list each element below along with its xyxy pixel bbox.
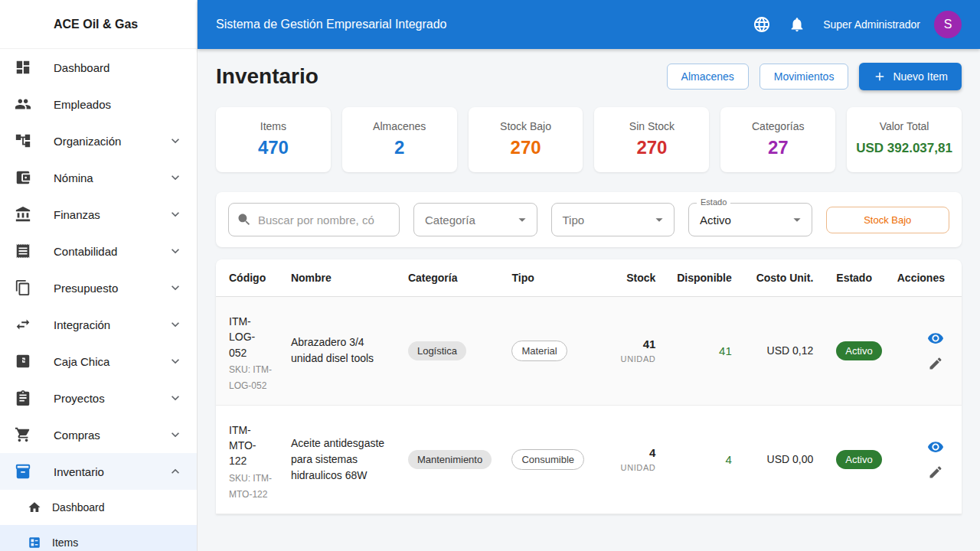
column-header-stock: Stock [597,259,663,297]
view-icon[interactable] [926,329,945,347]
stock-bajo-filter-button[interactable]: Stock Bajo [826,207,949,233]
available-quantity: 4 [725,453,731,466]
plus-icon [873,70,887,83]
view-icon[interactable] [926,438,945,456]
categoria-select[interactable]: Categoría [413,203,537,236]
column-header-disponible: Disponible [663,259,739,297]
categoria-chip: Mantenimiento [408,450,492,469]
cash-box-icon [14,352,32,370]
stat-card-stock-bajo: Stock Bajo 270 [469,107,583,172]
chevron-down-icon [166,352,185,370]
cell-estado: Activo [821,405,889,514]
cell-acciones [890,405,962,514]
avatar[interactable]: S [934,11,962,38]
movimientos-button[interactable]: Movimientos [760,64,849,90]
stock-quantity: 4 [605,446,655,459]
bank-icon [14,205,32,223]
sidebar-nav: Dashboard Empleados Organización Nómina … [0,49,197,551]
edit-icon[interactable] [926,354,945,373]
cell-categoria: Logística [400,297,505,406]
sidebar-item-label: Dashboard [54,61,185,74]
cell-nombre: Aceite antidesgaste para sistemas hidrau… [283,405,400,514]
search-input[interactable] [258,214,391,227]
item-sku: SKU: ITM-LOG-052 [229,362,275,394]
row-actions [897,329,945,373]
sidebar-item-dashboard[interactable]: Dashboard [0,49,197,86]
stat-label: Sin Stock [602,120,701,132]
clipboard-icon [14,389,32,407]
sidebar-item-integracion[interactable]: Integración [0,306,197,343]
globe-icon[interactable] [751,14,773,35]
sidebar-item-contabilidad[interactable]: Contabilidad [0,233,197,269]
wallet-icon [14,168,32,187]
main-column: Sistema de Gestión Empresarial Integrado… [198,0,980,551]
unit-cost: USD 0,00 [767,453,814,465]
bell-icon[interactable] [786,14,808,35]
stat-card-categorias: Categorías 27 [720,107,835,172]
sidebar-item-caja-chica[interactable]: Caja Chica [0,343,197,380]
sidebar-item-compras[interactable]: Compras [0,416,197,453]
sidebar-item-nomina[interactable]: Nómina [0,159,197,196]
nuevo-item-button[interactable]: Nuevo Item [859,63,962,90]
stat-card-valor-total: Valor Total USD 392.037,81 [847,107,962,172]
chevron-down-icon [166,242,185,260]
sidebar-item-inventario[interactable]: Inventario [0,453,197,490]
cell-disponible: 4 [663,405,739,514]
sidebar-item-proyectos[interactable]: Proyectos [0,380,197,416]
stat-value: 27 [728,137,828,158]
cell-estado: Activo [821,297,889,406]
stock-unit: UNIDAD [605,463,655,472]
sidebar-subitem-inventario-dashboard[interactable]: Dashboard [0,490,197,525]
tipo-chip: Material [511,341,567,361]
topbar-right: Super Administrador S [751,11,962,38]
sidebar-item-presupuesto[interactable]: Presupuesto [0,269,197,306]
tipo-select-value: Tipo [563,214,652,227]
column-header-nombre: Nombre [283,259,400,297]
cell-codigo: ITM-MTO-122 SKU: ITM-MTO-122 [216,405,283,514]
sidebar-subitem-inventario-items[interactable]: Items [0,525,197,551]
table-header-row: Código Nombre Categoría Tipo Stock Dispo… [216,259,962,297]
stats-row: Items 470 Almacenes 2 Stock Bajo 270 Sin… [216,107,962,172]
almacenes-button[interactable]: Almacenes [667,64,749,90]
edit-icon[interactable] [926,463,945,481]
chevron-down-icon [166,315,185,334]
column-header-estado: Estado [821,259,889,297]
cell-nombre: Abrazadero 3/4 unidad disel tools [283,297,400,406]
people-icon [14,95,32,113]
table-row: ITM-LOG-052 SKU: ITM-LOG-052 Abrazadero … [216,297,962,406]
stat-label: Valor Total [854,120,954,132]
sidebar-item-label: Integración [54,318,166,331]
copy-icon [14,279,32,297]
search-box [228,203,400,236]
cart-icon [14,425,32,444]
chevron-down-icon [166,425,185,444]
sidebar-item-finanzas[interactable]: Finanzas [0,196,197,233]
inventory-icon [14,462,32,481]
chevron-down-icon [166,389,185,407]
stat-card-almacenes: Almacenes 2 [342,107,457,172]
tipo-select[interactable]: Tipo [551,203,675,236]
dropdown-arrow-icon [651,211,668,228]
chevron-down-icon [166,205,185,223]
item-sku: SKU: ITM-MTO-122 [229,471,275,503]
cell-tipo: Material [504,297,596,406]
dropdown-arrow-icon [789,211,805,228]
item-name: Abrazadero 3/4 unidad disel tools [291,334,393,367]
sidebar-item-organizacion[interactable]: Organización [0,122,197,159]
tipo-chip: Consumible [511,449,584,470]
available-quantity: 41 [719,344,732,357]
swap-arrows-icon [14,315,32,334]
sidebar-subitem-label: Dashboard [52,501,105,514]
inventory-table: Código Nombre Categoría Tipo Stock Dispo… [216,259,962,514]
page-header: Inventario Almacenes Movimientos Nuevo I… [216,63,962,90]
page-actions: Almacenes Movimientos Nuevo Item [667,63,962,90]
estado-select[interactable]: Estado Activo [688,203,812,236]
sidebar: ACE Oil & Gas Dashboard Empleados Organi… [0,0,198,551]
sidebar-item-empleados[interactable]: Empleados [0,86,197,122]
stat-value: USD 392.037,81 [854,141,954,156]
cell-stock: 41 UNIDAD [597,297,663,406]
sidebar-item-label: Caja Chica [54,355,166,368]
status-badge: Activo [836,341,881,360]
column-header-categoria: Categoría [400,259,505,297]
row-actions [897,438,945,481]
